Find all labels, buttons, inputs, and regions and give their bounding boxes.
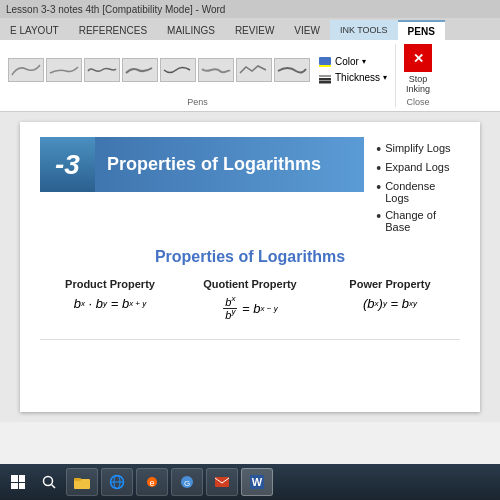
title-bar: Lesson 3-3 notes 4th [Compatibility Mode…	[0, 0, 500, 18]
svg-rect-16	[215, 477, 229, 487]
svg-rect-8	[74, 478, 81, 481]
properties-heading: Properties of Logarithms	[40, 248, 460, 266]
pen-swatch-2[interactable]	[46, 58, 82, 82]
power-property-label: Power Property	[320, 278, 460, 290]
pen-swatches	[8, 58, 310, 82]
thickness-icon	[318, 72, 332, 84]
ribbon-content: Color ▾ Thickness ▾ Pens	[0, 40, 500, 112]
pen-swatch-6[interactable]	[198, 58, 234, 82]
svg-text:W: W	[252, 476, 263, 488]
thickness-button[interactable]: Thickness ▾	[318, 72, 387, 84]
word-icon: W	[249, 474, 265, 490]
tab-mailings[interactable]: MAILINGS	[157, 20, 225, 40]
document-area: -3 Properties of Logarithms • Simplify L…	[0, 112, 500, 422]
ribbon-group-close: ✕ StopInking Close	[396, 44, 440, 107]
svg-text:e: e	[149, 478, 154, 488]
mail-icon	[214, 474, 230, 490]
bullet-dot-3: •	[376, 180, 381, 194]
close-group-label: Close	[407, 95, 430, 107]
thickness-chevron-icon: ▾	[383, 73, 387, 82]
pen-swatch-3[interactable]	[84, 58, 120, 82]
bullet-dot-1: •	[376, 142, 381, 156]
slide-title: Properties of Logarithms	[95, 154, 333, 175]
tab-review[interactable]: REVIEW	[225, 20, 284, 40]
tab-references[interactable]: REFERENCES	[69, 20, 157, 40]
bullet-list: • Simplify Logs • Expand Logs • Condense…	[376, 142, 460, 238]
tab-pens[interactable]: PENS	[398, 20, 445, 40]
close-items: ✕ StopInking	[404, 44, 432, 95]
pen-swatch-1[interactable]	[8, 58, 44, 82]
globe-icon: G	[179, 474, 195, 490]
app-icon-2[interactable]: G	[171, 468, 203, 496]
bullet-item-2: • Expand Logs	[376, 161, 460, 175]
ribbon-group-pens: Color ▾ Thickness ▾ Pens	[0, 44, 396, 107]
power-formula: (bx)y = bxy	[320, 296, 460, 311]
pen-swatch-8[interactable]	[274, 58, 310, 82]
pen-swatch-5[interactable]	[160, 58, 196, 82]
power-property-col: Power Property (bx)y = bxy	[320, 278, 460, 321]
app-icon-3[interactable]	[206, 468, 238, 496]
color-button[interactable]: Color ▾	[318, 56, 387, 68]
slide-number: -3	[40, 137, 95, 192]
color-icon	[318, 56, 332, 68]
pens-group-label: Pens	[187, 95, 208, 107]
svg-rect-0	[319, 57, 331, 65]
file-explorer-button[interactable]	[66, 468, 98, 496]
stop-inking-button[interactable]: ✕	[404, 44, 432, 72]
svg-point-5	[44, 477, 53, 486]
pen-swatch-4[interactable]	[122, 58, 158, 82]
bullet-item-1: • Simplify Logs	[376, 142, 460, 156]
app-icon-1[interactable]: e	[136, 468, 168, 496]
doc-page: -3 Properties of Logarithms • Simplify L…	[20, 122, 480, 412]
section-divider	[40, 339, 460, 340]
search-button[interactable]	[35, 468, 63, 496]
slide-header: -3 Properties of Logarithms	[40, 137, 364, 192]
quotient-property-col: Quotient Property bx by = bx − y	[180, 278, 320, 321]
tab-view[interactable]: VIEW	[284, 20, 330, 40]
browser-button[interactable]	[101, 468, 133, 496]
product-formula: bx · by = bx + y	[40, 296, 180, 311]
stop-icon: ✕	[413, 51, 424, 66]
pen-items: Color ▾ Thickness ▾	[8, 44, 387, 95]
svg-line-6	[52, 485, 56, 489]
properties-table: Product Property bx · by = bx + y Quotie…	[40, 278, 460, 321]
search-icon	[41, 474, 57, 490]
bullet-item-4: • Change of Base	[376, 209, 460, 233]
svg-rect-1	[319, 65, 331, 67]
product-property-col: Product Property bx · by = bx + y	[40, 278, 180, 321]
taskbar: e G W	[0, 464, 500, 500]
start-button[interactable]	[4, 468, 32, 496]
bullet-dot-4: •	[376, 209, 381, 223]
tab-ink-tools[interactable]: INK TOOLS	[330, 20, 398, 40]
folder-icon	[73, 474, 91, 490]
color-chevron-icon: ▾	[362, 57, 366, 66]
tab-layout[interactable]: E LAYOUT	[0, 20, 69, 40]
windows-icon	[11, 475, 25, 489]
bullet-item-3: • Condense Logs	[376, 180, 460, 204]
star-icon: e	[144, 474, 160, 490]
quotient-formula: bx by = bx − y	[180, 296, 320, 321]
product-property-label: Product Property	[40, 278, 180, 290]
title-text: Lesson 3-3 notes 4th [Compatibility Mode…	[6, 4, 225, 15]
ribbon-tabs: E LAYOUT REFERENCES MAILINGS REVIEW VIEW…	[0, 18, 500, 40]
pen-swatch-7[interactable]	[236, 58, 272, 82]
word-button[interactable]: W	[241, 468, 273, 496]
browser-icon	[109, 474, 125, 490]
svg-text:G: G	[184, 479, 190, 488]
quotient-property-label: Quotient Property	[180, 278, 320, 290]
bullet-dot-2: •	[376, 161, 381, 175]
stop-inking-label: StopInking	[406, 75, 430, 95]
